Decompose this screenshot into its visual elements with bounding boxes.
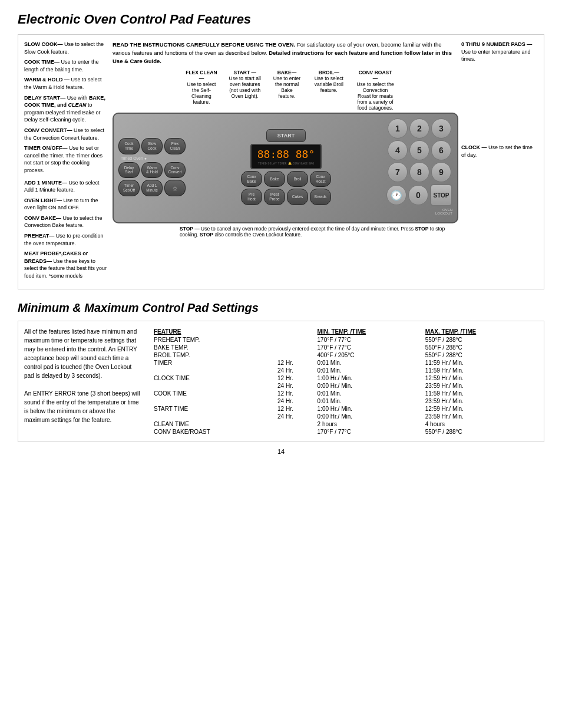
min-cell: 0:01 Min.	[318, 390, 425, 397]
stop-button[interactable]: STOP	[430, 184, 452, 206]
max-cell: 11:59 Hr./ Min.	[425, 367, 538, 374]
table-row: TIMER12 Hr.0:01 Min.11:59 Hr./ Min.	[154, 359, 538, 367]
table-row: 24 Hr.0:01 Min.23:59 Hr./ Min.	[154, 397, 538, 405]
cook-time-button[interactable]: CookTime	[118, 138, 140, 154]
conv-roast-button[interactable]: ConvRoast	[310, 171, 331, 187]
max-cell: 550°F / 288°C	[425, 428, 538, 436]
table-row: 24 Hr.0:01 Min.11:59 Hr./ Min.	[154, 367, 538, 374]
broil-button[interactable]: Broil	[287, 171, 308, 187]
breads-button[interactable]: Breads	[310, 189, 331, 205]
right-labels: 0 THRU 9 NUMBER PADS — Use to enter temp…	[458, 41, 538, 283]
min-cell: 400°F / 205°C	[318, 351, 425, 359]
function-row-2: PreHeat MeatProbe Cakes Breads	[241, 189, 331, 205]
num-1-button[interactable]: 1	[388, 118, 408, 139]
num-9-button[interactable]: 9	[431, 162, 451, 182]
min-cell: 1:00 Hr./ Min.	[318, 374, 425, 382]
min-cell: 0:00 Hr./ Min.	[318, 413, 425, 420]
num-8-button[interactable]: 8	[409, 162, 429, 182]
flex-clean-button[interactable]: FlexClean	[164, 138, 186, 154]
feature-cell: START TIME	[154, 405, 277, 413]
max-cell: 12:59 Hr./ Min.	[425, 405, 538, 413]
conv-bake-button[interactable]: ConvBake	[241, 171, 262, 187]
indicator-delay: DELAY	[268, 162, 277, 165]
label-preheat-title: PREHEAT—	[24, 233, 54, 239]
btn-row-top: CookTime SlowCook FlexClean	[118, 138, 186, 154]
settings-description: All of the features listed have minimum …	[24, 327, 142, 436]
label-conv-roast: CONV ROAST— Use to select the Convection…	[356, 70, 395, 111]
indicator-conv: CONV	[292, 162, 299, 165]
settings-section: All of the features listed have minimum …	[18, 321, 544, 442]
start-button[interactable]: START	[266, 129, 306, 142]
label-0thru9-title: 0 THRU 9 NUMBER PADS —	[461, 41, 532, 47]
function-row-1: ConvBake Bake Broil ConvRoast	[241, 171, 331, 187]
label-warm-hold: WARM & HOLD — Use to select the Warm & H…	[24, 76, 110, 91]
label-flex-clean-title: FLEX CLEAN—	[185, 70, 217, 81]
num-5-button[interactable]: 5	[409, 140, 429, 160]
warm-hold-button[interactable]: Warm& Hold	[141, 162, 163, 179]
max-cell: 4 hours	[425, 420, 538, 428]
settings-desc-p1: All of the features listed have minimum …	[24, 327, 142, 380]
table-row: PREHEAT TEMP.170°F / 77°C550°F / 288°C	[154, 336, 538, 344]
feature-cell: COOK TIME	[154, 390, 277, 397]
panel-row-1: CookTime SlowCook FlexClean Timed Oven ●…	[118, 118, 452, 215]
label-timer-title: TIMER ON/OFF—	[24, 145, 68, 151]
num-0-button[interactable]: 0	[408, 185, 428, 205]
num-3-button[interactable]: 3	[431, 118, 451, 139]
label-conv-convert: CONV CONVERT— Use to select the Convecti…	[24, 127, 110, 141]
label-conv-roast-text: Use to select the Convection Roast for m…	[356, 81, 395, 111]
label-slow-cook: SLOW COOK— Use to select the Slow Cook f…	[24, 41, 110, 55]
label-flex-clean-text: Use to select the Self-Cleaning feature.	[185, 81, 217, 105]
table-row: BROIL TEMP.400°F / 205°C550°F / 288°C	[154, 351, 538, 359]
indicator-bro: BRO	[309, 162, 314, 165]
min-cell: 170°F / 77°C	[318, 336, 425, 344]
num-6-button[interactable]: 6	[431, 140, 451, 160]
label-flex-clean: FLEX CLEAN— Use to select the Self-Clean…	[185, 70, 217, 111]
num-2-button[interactable]: 2	[409, 118, 429, 139]
display-value: 88:88 88°	[257, 148, 315, 160]
center-panel-area: START 88:88 88° TIMED DELAY TIMER 🔔 CONV…	[188, 129, 384, 205]
add1min-button[interactable]: Add 1Minute	[141, 180, 163, 196]
preheat-button[interactable]: PreHeat	[241, 189, 262, 205]
label-timer: TIMER ON/OFF— Use to set or cancel the T…	[24, 144, 110, 174]
label-conv-roast-title: CONV ROAST—	[356, 70, 395, 81]
bake-button[interactable]: Bake	[264, 171, 285, 187]
table-row: CONV BAKE/ROAST170°F / 77°C550°F / 288°C	[154, 428, 538, 436]
meat-probe-button[interactable]: MeatProbe	[264, 189, 285, 205]
left-labels: SLOW COOK— Use to select the Slow Cook f…	[24, 41, 113, 283]
label-cook-time: COOK TIME— Use to enter the length of th…	[24, 58, 110, 73]
middle-area: READ THE INSTRUCTIONS CAREFULLY BEFORE U…	[113, 41, 458, 283]
min-cell: 0:01 Min.	[318, 367, 425, 374]
indicator-locked: 🔔	[288, 162, 292, 165]
clock-button[interactable]: 🕐	[386, 185, 406, 205]
num-4-button[interactable]: 4	[388, 140, 408, 160]
settings-desc-p2: An ENTRY ERROR tone (3 short beeps) will…	[24, 389, 142, 424]
feature-cell: CLEAN TIME	[154, 420, 277, 428]
table-row: COOK TIME12 Hr.0:01 Min.11:59 Hr./ Min.	[154, 390, 538, 397]
table-row: 24 Hr.0:00 Hr./ Min.23:59 Hr./ Min.	[154, 413, 538, 420]
label-cook-time-title: COOK TIME—	[24, 59, 59, 65]
hr-cell: 24 Hr.	[277, 397, 318, 405]
delay-start-button[interactable]: DelayStart	[118, 162, 140, 179]
hr-cell: 24 Hr.	[277, 413, 318, 420]
slow-cook-button[interactable]: SlowCook	[141, 138, 163, 154]
num-7-button[interactable]: 7	[388, 162, 408, 182]
hr-cell: 12 Hr.	[277, 390, 318, 397]
cakes-button[interactable]: Cakes	[287, 189, 308, 205]
timer-button[interactable]: TimerSet/Off	[118, 180, 140, 196]
oven-light-button[interactable]: ☼	[164, 180, 186, 196]
conv-convert-button[interactable]: ConvConvert	[164, 162, 186, 179]
label-start-title: START —	[229, 70, 261, 75]
label-warm-hold-title: WARM & HOLD —	[24, 77, 70, 83]
max-cell: 12:59 Hr./ Min.	[425, 374, 538, 382]
hr-cell	[277, 336, 318, 344]
label-add1min: ADD 1 MINUTE— Use to select Add 1 Minute…	[24, 179, 110, 194]
top-panel-label-row: FLEX CLEAN— Use to select the Self-Clean…	[180, 70, 400, 111]
oven-features-section: SLOW COOK— Use to select the Slow Cook f…	[18, 34, 544, 289]
feature-cell: BROIL TEMP.	[154, 351, 277, 359]
table-row: 24 Hr.0:00 Hr./ Min.23:59 Hr./ Min.	[154, 382, 538, 390]
label-preheat: PREHEAT— Use to pre-condition the oven t…	[24, 232, 110, 247]
number-pad: 1 2 3 4 5 6 7 8 9	[388, 118, 451, 182]
label-clock-title: CLOCK —	[461, 144, 487, 150]
hr-cell: 12 Hr.	[277, 359, 318, 367]
min-cell: 1:00 Hr./ Min.	[318, 405, 425, 413]
